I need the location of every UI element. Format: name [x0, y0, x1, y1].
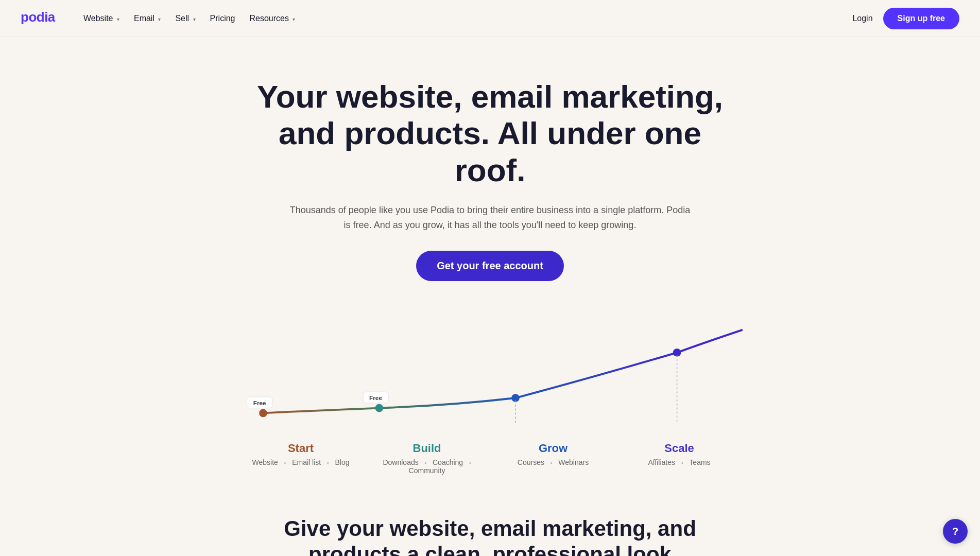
step-grow-title: Grow: [490, 442, 616, 455]
step-build-items: Downloads • Coaching • Community: [364, 458, 490, 475]
nav-link-sell[interactable]: Sell ▾: [175, 14, 195, 23]
chevron-down-icon: ▾: [158, 16, 161, 22]
login-link[interactable]: Login: [852, 14, 872, 23]
hero-section: Your website, email marketing, and produ…: [233, 37, 748, 322]
dot-icon: •: [327, 460, 329, 466]
start-dot: [259, 409, 267, 418]
dot-icon: •: [469, 460, 471, 466]
navigation: podia Website ▾ Email ▾ Sell ▾: [0, 0, 980, 37]
chart-container: Free Free: [238, 322, 743, 436]
nav-link-website[interactable]: Website ▾: [83, 14, 119, 23]
nav-item-email[interactable]: Email ▾: [134, 14, 161, 23]
cta-button[interactable]: Get your free account: [416, 251, 564, 281]
logo-svg: podia: [21, 8, 67, 25]
svg-text:Free: Free: [369, 394, 382, 401]
hero-headline: Your website, email marketing, and produ…: [253, 78, 727, 188]
steps-row: Start Website • Email list • Blog Build …: [207, 442, 773, 475]
nav-left: podia Website ▾ Email ▾ Sell ▾: [21, 8, 295, 28]
step-build-title: Build: [364, 442, 490, 455]
dot-icon: •: [284, 460, 286, 466]
nav-item-website[interactable]: Website ▾: [83, 14, 119, 23]
dot-icon: •: [551, 460, 553, 466]
svg-text:Free: Free: [253, 399, 266, 406]
step-grow-items: Courses • Webinars: [490, 458, 616, 466]
step-grow: Grow Courses • Webinars: [490, 442, 616, 475]
signup-button[interactable]: Sign up free: [883, 8, 959, 29]
nav-item-sell[interactable]: Sell ▾: [175, 14, 195, 23]
dot-icon: •: [681, 460, 683, 466]
svg-text:podia: podia: [21, 9, 56, 25]
chevron-down-icon: ▾: [117, 16, 119, 22]
nav-item-resources[interactable]: Resources ▾: [249, 14, 295, 23]
step-scale-title: Scale: [616, 442, 743, 455]
step-start-items: Website • Email list • Blog: [238, 458, 364, 466]
hero-subheadline: Thousands of people like you use Podia t…: [289, 203, 691, 233]
nav-link-resources[interactable]: Resources ▾: [249, 14, 295, 23]
nav-link-email[interactable]: Email ▾: [134, 14, 161, 23]
nav-item-pricing[interactable]: Pricing: [210, 14, 235, 23]
step-start-title: Start: [238, 442, 364, 455]
chevron-down-icon: ▾: [193, 16, 196, 22]
chart-svg: Free Free: [238, 322, 743, 433]
section2: Give your website, email marketing, and …: [259, 475, 722, 556]
nav-link-pricing[interactable]: Pricing: [210, 14, 235, 23]
help-icon: ?: [952, 526, 958, 537]
step-start: Start Website • Email list • Blog: [238, 442, 364, 475]
section2-headline: Give your website, email marketing, and …: [279, 516, 701, 556]
chevron-down-icon: ▾: [293, 16, 295, 22]
build-dot: [375, 404, 383, 412]
logo[interactable]: podia: [21, 8, 67, 28]
help-button[interactable]: ?: [943, 519, 968, 544]
step-scale: Scale Affiliates • Teams: [616, 442, 743, 475]
nav-links: Website ▾ Email ▾ Sell ▾ Pricing: [83, 14, 295, 23]
step-scale-items: Affiliates • Teams: [616, 458, 743, 466]
step-build: Build Downloads • Coaching • Community: [364, 442, 490, 475]
growth-chart: Free Free: [207, 322, 773, 436]
dot-icon: •: [425, 460, 427, 466]
nav-right: Login Sign up free: [852, 8, 959, 29]
